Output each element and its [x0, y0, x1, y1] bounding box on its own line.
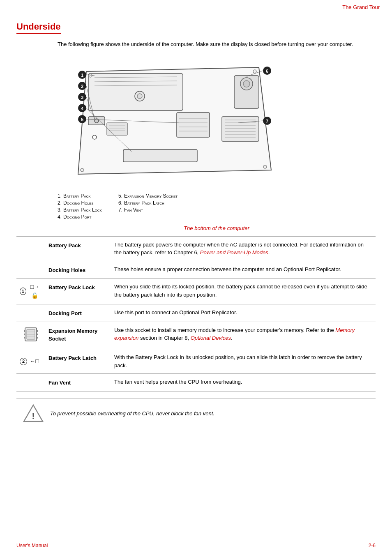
svg-rect-0 [88, 74, 183, 111]
svg-point-28 [253, 70, 256, 73]
icon-cell-fan-vent [16, 374, 45, 391]
legend-left: 1.Battery Pack 2.Docking Holes 3.Battery… [58, 193, 102, 221]
svg-point-5 [92, 135, 97, 139]
svg-rect-66 [37, 337, 38, 339]
icon-cell-docking-port [16, 304, 45, 322]
term-fan-vent: Fan Vent [45, 374, 111, 391]
circle-2-icon: 2 [20, 358, 27, 365]
battery-latch-icon: 2 ←□ [20, 357, 42, 366]
icon-cell-docking-holes [16, 261, 45, 279]
link-optional-devices[interactable]: Optional Devices [191, 335, 231, 341]
table-row-battery-pack: Battery Pack The battery pack powers the… [16, 236, 376, 261]
svg-text:4: 4 [81, 106, 84, 111]
svg-text:5: 5 [81, 117, 83, 122]
svg-point-30 [263, 165, 267, 168]
info-table: Battery Pack The battery pack powers the… [16, 236, 376, 391]
svg-rect-63 [24, 337, 25, 339]
term-expansion-memory: Expansion MemorySocket [45, 322, 111, 349]
table-row-fan-vent: Fan Vent The fan vent helps prevent the … [16, 374, 376, 391]
legend-item-2: 2.Docking Holes [58, 200, 102, 206]
svg-rect-62 [24, 334, 25, 335]
svg-point-7 [137, 94, 142, 99]
term-docking-port: Docking Port [45, 304, 111, 322]
term-battery-pack-lock: Battery Pack Lock [45, 279, 111, 304]
svg-rect-31 [107, 123, 127, 135]
legend-item-3: 3.Battery Pack Lock [58, 207, 102, 213]
footer-left: User's Manual [16, 543, 48, 548]
page-header: The Grand Tour [0, 0, 392, 13]
circle-icon: 1 [20, 288, 26, 295]
desc-expansion-memory: Use this socket to install a memory modu… [111, 322, 376, 349]
diagram-svg: 1 2 3 4 5 6 [58, 55, 288, 187]
desc-battery-pack-latch: With the Battery Pack Lock in its unlock… [111, 349, 376, 374]
battery-lock-icon: 1 □→🔒 [20, 283, 42, 300]
svg-text:!: ! [32, 411, 35, 421]
svg-rect-61 [24, 330, 25, 332]
footer-right: 2-6 [369, 543, 376, 548]
svg-text:2: 2 [81, 84, 83, 89]
table-row-battery-pack-latch: 2 ←□ Battery Pack Latch With the Battery… [16, 349, 376, 374]
svg-rect-13 [222, 117, 259, 141]
desc-battery-pack: The battery pack powers the computer whe… [111, 236, 376, 261]
desc-battery-pack-lock: When you slide this into its locked posi… [111, 279, 376, 304]
icon-cell-battery-pack [16, 236, 45, 261]
lock-arrow-icon: □→🔒 [28, 283, 42, 300]
svg-text:6: 6 [266, 69, 268, 74]
warning-box: ! To prevent possible overheating of the… [16, 398, 376, 429]
desc-fan-vent: The fan vent helps prevent the CPU from … [111, 374, 376, 391]
legend-right: 5.Expansion Memory Socket 6.Battery Pack… [118, 193, 178, 221]
header-title: The Grand Tour [342, 4, 380, 10]
icon-cell-battery-pack-latch: 2 ←□ [16, 349, 45, 374]
legend-item-5: 5.Expansion Memory Socket [118, 193, 178, 199]
svg-point-29 [81, 168, 84, 172]
link-power-modes[interactable]: Power and Power-Up Modes [200, 249, 268, 256]
laptop-diagram: 1 2 3 4 5 6 [58, 55, 288, 187]
table-row-docking-holes: Docking Holes These holes ensure a prope… [16, 261, 376, 279]
diagram-caption: The bottom of the computer [58, 225, 376, 231]
term-battery-pack: Battery Pack [45, 236, 111, 261]
svg-text:1: 1 [81, 73, 83, 78]
svg-rect-64 [37, 330, 38, 332]
legend-item-1: 1.Battery Pack [58, 193, 102, 199]
diagram-area: 1 2 3 4 5 6 [58, 55, 376, 187]
svg-rect-65 [37, 334, 38, 335]
page-footer: User's Manual 2-6 [16, 540, 376, 548]
svg-rect-8 [177, 113, 210, 137]
intro-text: The following figure shows the underside… [58, 40, 376, 48]
term-docking-holes: Docking Holes [45, 261, 111, 279]
warning-text: To prevent possible overheating of the C… [50, 410, 214, 417]
legend-area: 1.Battery Pack 2.Docking Holes 3.Battery… [58, 193, 376, 221]
icon-cell-expansion-memory [16, 322, 45, 349]
desc-docking-port: Use this port to connect an Optional Por… [111, 304, 376, 322]
memory-socket-icon [23, 326, 38, 343]
svg-point-25 [243, 81, 250, 87]
page-title: Underside [16, 21, 61, 34]
legend-item-7: 7.Fan Vent [118, 207, 178, 213]
desc-docking-holes: These holes ensure a proper connection b… [111, 261, 376, 279]
link-memory-expansion[interactable]: Memory expansion [114, 327, 355, 341]
table-row-expansion-memory: Expansion MemorySocket Use this socket t… [16, 322, 376, 349]
legend-item-4: 4.Docking Port [58, 214, 102, 220]
main-content: Underside The following figure shows the… [0, 13, 392, 438]
svg-text:7: 7 [266, 119, 268, 124]
svg-point-27 [89, 74, 92, 77]
svg-text:3: 3 [81, 95, 83, 100]
table-row-battery-pack-lock: 1 □→🔒 Battery Pack Lock When you slide t… [16, 279, 376, 304]
icon-cell-battery-pack-lock: 1 □→🔒 [16, 279, 45, 304]
legend-item-6: 6.Battery Pack Latch [118, 200, 178, 206]
table-row-docking-port: Docking Port Use this port to connect an… [16, 304, 376, 322]
term-battery-pack-latch: Battery Pack Latch [45, 349, 111, 374]
svg-rect-26 [123, 150, 197, 162]
warning-icon: ! [23, 403, 44, 424]
latch-arrow-icon: ←□ [30, 357, 39, 366]
